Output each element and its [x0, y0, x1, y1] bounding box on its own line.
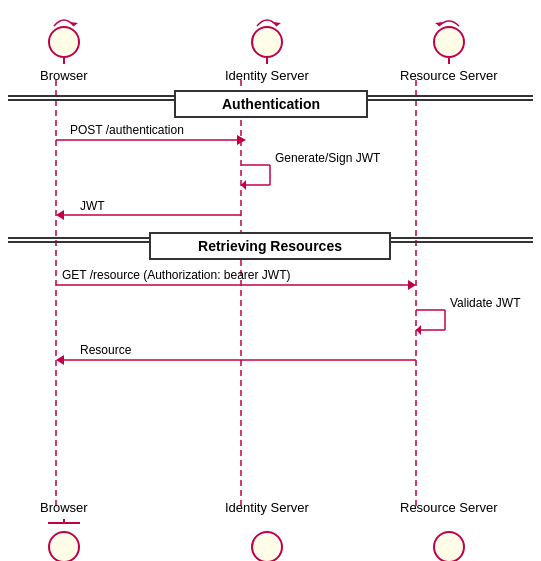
- svg-text:Authentication: Authentication: [222, 96, 320, 112]
- svg-marker-19: [56, 210, 64, 220]
- actor-resource-bottom-label: Resource Server: [400, 500, 498, 515]
- svg-text:GET /resource (Authorization: : GET /resource (Authorization: bearer JWT…: [62, 268, 291, 282]
- actor-identity-bottom: Identity Server: [225, 496, 309, 561]
- svg-text:Retrieving Resources: Retrieving Resources: [198, 238, 342, 254]
- svg-marker-26: [408, 280, 416, 290]
- actor-browser-bottom: Browser: [40, 496, 88, 561]
- svg-text:POST /authentication: POST /authentication: [70, 123, 184, 137]
- actor-identity-bottom-label: Identity Server: [225, 500, 309, 515]
- actor-browser-bottom-label: Browser: [40, 500, 88, 515]
- svg-marker-34: [56, 355, 64, 365]
- svg-text:Generate/Sign JWT: Generate/Sign JWT: [275, 151, 381, 165]
- svg-text:Validate JWT: Validate JWT: [450, 296, 521, 310]
- sequence-diagram: Browser Identity Server Resource Server: [0, 0, 541, 561]
- actor-resource-bottom: Resource Server: [400, 496, 498, 561]
- svg-text:JWT: JWT: [80, 199, 105, 213]
- svg-text:Resource: Resource: [80, 343, 132, 357]
